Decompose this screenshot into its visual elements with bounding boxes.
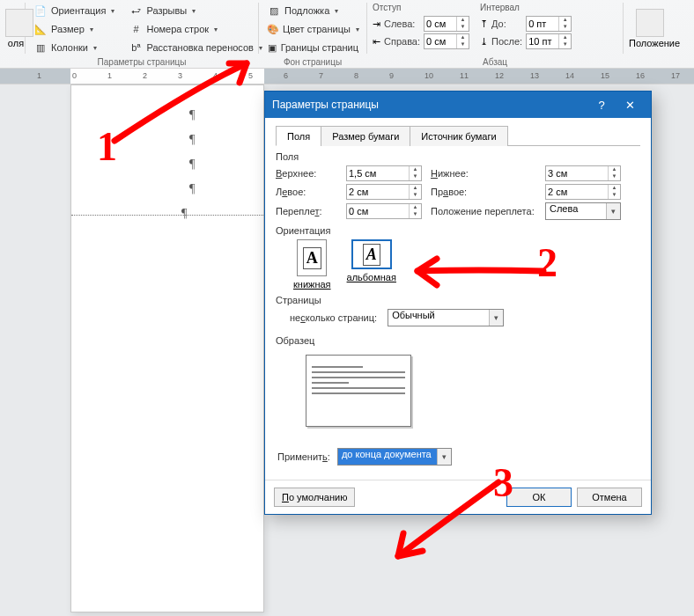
document-page[interactable]: ¶ ¶ ¶ ¶ ¶ — [70, 84, 264, 612]
label: До: — [491, 18, 522, 29]
hyphenation-button[interactable]: bªРасстановка переносов▾ — [126, 39, 264, 56]
right-margin-input[interactable]: ▲▼ — [545, 184, 621, 200]
breaks-icon: ⮐ — [129, 4, 143, 18]
columns-icon: ▥ — [33, 40, 48, 55]
horizontal-ruler[interactable]: 10123456789101112131415161718 — [0, 69, 694, 84]
gutter-pos-label: Положение переплета: — [431, 206, 536, 216]
apply-select[interactable]: до конца документа▾ — [337, 448, 452, 466]
group-fields-trunc: оля — [0, 0, 25, 68]
section-fields: Поля — [276, 151, 640, 162]
size-button[interactable]: 📐Размер▾ — [31, 20, 117, 38]
gutter-label: Переплет: — [276, 206, 337, 216]
columns-button[interactable]: ▥Колонки▾ — [31, 39, 117, 56]
orientation-landscape[interactable]: A альбомная — [347, 239, 396, 290]
indent-right-input[interactable]: ▲▼ — [424, 33, 469, 49]
watermark-icon: ▨ — [267, 4, 281, 18]
orientation-portrait[interactable]: A книжная — [293, 239, 331, 290]
watermark-button[interactable]: ▨Подложка▾ — [264, 2, 361, 19]
orientation-button[interactable]: 📄Ориентация▾ — [31, 2, 117, 19]
multi-pages-select[interactable]: Обычный▾ — [388, 309, 504, 326]
size-icon: 📐 — [33, 22, 48, 36]
group-title: Фон страницы — [259, 57, 366, 67]
page-setup-dialog: Параметры страницы ? ✕ Поля Размер бумаг… — [264, 91, 652, 515]
spacing-before-icon: ⤒ — [480, 18, 488, 30]
indent-right-icon: ⇤ — [373, 36, 380, 48]
indent-left-input[interactable]: ▲▼ — [424, 16, 469, 32]
section-pages: Страницы — [276, 295, 640, 305]
label: Справа: — [384, 36, 420, 47]
close-button[interactable]: ✕ — [616, 92, 644, 117]
group-title: Абзац — [367, 57, 623, 67]
bottom-margin-input[interactable]: ▲▼ — [545, 165, 621, 181]
page-borders-button[interactable]: ▣Границы страниц — [264, 39, 361, 56]
label: оля — [5, 38, 26, 48]
spacing-after-icon: ⤓ — [480, 36, 488, 48]
orientation-icon: 📄 — [33, 4, 48, 18]
page-borders-icon: ▣ — [267, 40, 277, 55]
spacing-before-input[interactable]: ▲▼ — [526, 16, 572, 32]
top-margin-label: Верхнее: — [276, 168, 337, 179]
interval-head: Интервал — [480, 2, 572, 14]
label: После: — [491, 36, 522, 47]
cancel-button[interactable]: Отмена — [577, 488, 642, 507]
page-color-button[interactable]: 🎨Цвет страницы▾ — [264, 20, 361, 38]
group-page-setup: 📄Ориентация▾ 📐Размер▾ ▥Колонки▾ ⮐Разрывы… — [26, 0, 258, 68]
dialog-tabs: Поля Размер бумаги Источник бумаги — [276, 125, 640, 146]
spacing-after-input[interactable]: ▲▼ — [526, 33, 572, 49]
multi-pages-label: несколько страниц: — [290, 312, 377, 323]
left-margin-label: Левое: — [276, 187, 337, 197]
breaks-button[interactable]: ⮐Разрывы▾ — [126, 2, 264, 19]
preview-sample — [306, 355, 411, 427]
group-arrange: Положение — [624, 0, 694, 68]
gutter-pos-select[interactable]: Слева▾ — [545, 202, 621, 220]
left-margin-input[interactable]: ▲▼ — [346, 184, 422, 200]
group-title: Параметры страницы — [26, 57, 258, 67]
right-margin-label: Правое: — [431, 187, 536, 197]
dialog-titlebar[interactable]: Параметры страницы ? ✕ — [265, 92, 651, 118]
default-button[interactable]: По умолчанию — [274, 488, 355, 507]
label: Слева: — [384, 18, 420, 29]
group-page-background: ▨Подложка▾ 🎨Цвет страницы▾ ▣Границы стра… — [259, 0, 366, 68]
ok-button[interactable]: ОК — [506, 488, 572, 507]
section-orientation: Ориентация — [276, 225, 640, 236]
section-sample: Образец — [276, 335, 640, 346]
bottom-margin-label: Нижнее: — [431, 168, 536, 179]
apply-label: Применить: — [277, 451, 330, 462]
position-icon[interactable] — [636, 9, 664, 37]
dialog-title: Параметры страницы — [272, 99, 379, 111]
page-color-icon: 🎨 — [267, 22, 279, 36]
top-margin-input[interactable]: ▲▼ — [346, 165, 422, 181]
ribbon: оля 📄Ориентация▾ 📐Размер▾ ▥Колонки▾ ⮐Раз… — [0, 0, 694, 69]
gutter-input[interactable]: ▲▼ — [346, 203, 422, 219]
line-numbers-button[interactable]: #Номера строк▾ — [126, 20, 264, 38]
tab-paper-source[interactable]: Источник бумаги — [410, 126, 507, 146]
tab-paper-size[interactable]: Размер бумаги — [321, 126, 410, 146]
indent-head: Отступ — [373, 2, 469, 14]
tab-fields[interactable]: Поля — [276, 126, 321, 146]
indent-left-icon: ⇥ — [373, 18, 380, 30]
line-numbers-icon: # — [129, 22, 143, 36]
hyphenation-icon: bª — [129, 40, 143, 55]
group-paragraph: Отступ ⇥ Слева: ▲▼ ⇤ Справа: ▲▼ Интервал… — [367, 0, 623, 68]
help-button[interactable]: ? — [587, 92, 616, 117]
position-label: Положение — [629, 38, 671, 48]
